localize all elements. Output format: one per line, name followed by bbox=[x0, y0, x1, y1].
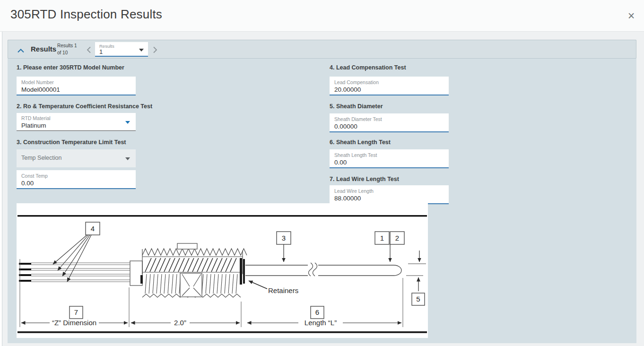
callout-3: 3 bbox=[282, 234, 286, 242]
question-4: 4. Lead Compensation Test bbox=[330, 64, 406, 71]
sheath-diameter-value: 0.00000 bbox=[334, 122, 444, 130]
section-title: Results bbox=[31, 45, 56, 53]
question-1: 1. Please enter 305RTD Model Number bbox=[17, 64, 124, 71]
left-edge-gutter bbox=[0, 32, 2, 346]
rtd-probe-diagram: 4 3 1 2 5 bbox=[17, 203, 428, 338]
caret-down-icon bbox=[139, 49, 144, 52]
results-panel: Results Results 1 of 10 Results 1 1. Ple… bbox=[8, 40, 636, 343]
sheath-length-label: Sheath Length Test bbox=[334, 152, 444, 158]
lead-wire-length-value: 88.00000 bbox=[334, 194, 444, 202]
inspection-results-dialog: 305RTD Inspection Results × Results Resu… bbox=[0, 0, 644, 346]
callout-7: 7 bbox=[74, 308, 78, 316]
callout-1: 1 bbox=[380, 234, 384, 242]
temp-selection-label: Temp Selection bbox=[21, 151, 131, 161]
const-temp-value: 0.00 bbox=[21, 179, 131, 187]
lead-compensation-label: Lead Compensation bbox=[334, 79, 444, 86]
const-temp-input[interactable]: Const Temp 0.00 bbox=[17, 170, 136, 189]
page-title: 305RTD Inspection Results bbox=[10, 7, 162, 22]
chevron-left-icon[interactable] bbox=[87, 46, 91, 55]
question-3: 3. Construction Temperature Limit Test bbox=[17, 139, 126, 146]
results-section-header: Results Results 1 of 10 Results 1 bbox=[8, 40, 636, 59]
rtd-material-value: Platinum bbox=[21, 121, 131, 130]
dialog-header: 305RTD Inspection Results × bbox=[0, 0, 644, 32]
lead-wire-length-input[interactable]: Lead Wire Length 88.00000 bbox=[330, 185, 449, 204]
retainers-label: Retainers bbox=[268, 286, 298, 294]
results-counter: Results 1 of 10 bbox=[57, 42, 77, 56]
results-counter-line1: Results 1 bbox=[57, 42, 77, 49]
sheath-length-input[interactable]: Sheath Length Test 0.00 bbox=[330, 149, 449, 168]
lead-wire-length-label: Lead Wire Length bbox=[334, 188, 444, 194]
question-7: 7. Lead Wire Length Test bbox=[330, 176, 399, 182]
model-number-value: Model000001 bbox=[21, 86, 131, 94]
rtd-material-select[interactable]: RTD Material Platinum bbox=[17, 113, 136, 131]
const-temp-label: Const Temp bbox=[21, 173, 131, 179]
question-5: 5. Sheath Diameter bbox=[330, 103, 383, 110]
model-number-label: Model Number bbox=[21, 79, 131, 86]
rtd-material-label: RTD Material bbox=[21, 115, 131, 121]
results-selector-value: 1 bbox=[99, 49, 144, 55]
chevron-up-icon[interactable] bbox=[17, 46, 24, 55]
temp-selection-select[interactable]: Temp Selection bbox=[17, 149, 136, 167]
caret-down-icon bbox=[125, 157, 130, 160]
lead-compensation-value: 20.00000 bbox=[334, 86, 444, 94]
sheath-diameter-input[interactable]: Sheath Diameter Test 0.00000 bbox=[330, 113, 449, 132]
callout-6: 6 bbox=[315, 308, 319, 316]
hex-length-label: 2.0” bbox=[174, 319, 186, 327]
chevron-right-icon[interactable] bbox=[153, 46, 157, 55]
sheath-diameter-label: Sheath Diameter Test bbox=[334, 116, 444, 122]
question-2: 2. Ro & Temperature Coefficient Resistan… bbox=[17, 103, 152, 110]
callout-4: 4 bbox=[91, 225, 95, 233]
results-selector-label: Results bbox=[99, 43, 144, 49]
lead-compensation-input[interactable]: Lead Compensation 20.00000 bbox=[330, 77, 449, 95]
close-icon[interactable]: × bbox=[624, 9, 638, 23]
model-number-input[interactable]: Model Number Model000001 bbox=[17, 77, 136, 95]
question-6: 6. Sheath Length Test bbox=[330, 139, 391, 146]
callout-5: 5 bbox=[416, 295, 420, 303]
length-l-label: Length “L” bbox=[305, 319, 337, 327]
sheath-length-value: 0.00 bbox=[334, 158, 444, 166]
results-counter-line2: of 10 bbox=[57, 49, 77, 56]
callout-2: 2 bbox=[395, 234, 399, 242]
z-dimension-label: “Z” Dimension bbox=[52, 319, 96, 327]
results-selector[interactable]: Results 1 bbox=[95, 42, 148, 57]
caret-down-icon bbox=[125, 121, 130, 124]
